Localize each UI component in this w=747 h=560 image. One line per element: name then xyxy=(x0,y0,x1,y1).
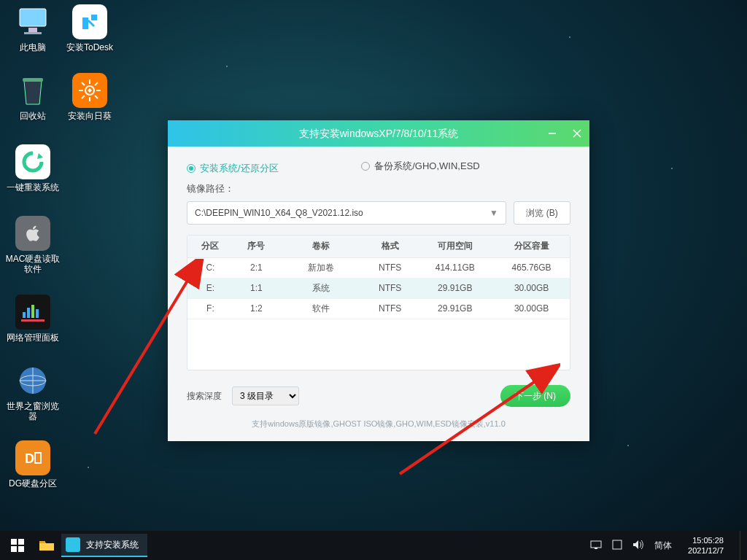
desktop-icon-netmgr[interactable]: 网络管理面板 xyxy=(4,295,61,343)
table-header-row: 分区 序号 卷标 格式 可用空间 分区容量 xyxy=(187,236,570,257)
icon-label: 回收站 xyxy=(4,111,61,121)
svg-rect-21 xyxy=(18,539,24,545)
path-value: C:\DEEPIN_WIN10_X64_Q8_V2021.12.iso xyxy=(195,208,363,218)
svg-rect-7 xyxy=(36,309,39,318)
table-row[interactable]: F:1:2软件NTFS29.91GB30.00GB xyxy=(187,298,570,319)
start-button[interactable] xyxy=(0,531,35,560)
minimize-button[interactable] xyxy=(540,120,565,147)
image-path-dropdown[interactable]: C:\DEEPIN_WIN10_X64_Q8_V2021.12.iso ▼ xyxy=(187,201,506,225)
desktop-icon-sunflower[interactable]: 安装向日葵 xyxy=(61,73,118,121)
next-button[interactable]: 下一步 (N) xyxy=(500,385,570,407)
app-title: 支持安装系统 xyxy=(86,539,139,551)
desktop-icon-dg[interactable]: D DG硬盘分区 xyxy=(4,440,61,489)
table-row[interactable]: C:2:1新加卷NTFS414.11GB465.76GB xyxy=(187,257,570,278)
show-desktop-button[interactable] xyxy=(740,531,744,560)
svg-marker-14 xyxy=(88,88,92,93)
system-tray: 简体 15:05:28 2021/12/7 xyxy=(590,531,747,560)
svg-rect-4 xyxy=(23,312,26,318)
icon-label: MAC硬盘读取软件 xyxy=(4,254,61,274)
radio-dot-icon xyxy=(361,162,370,171)
close-button[interactable] xyxy=(565,120,589,147)
icon-label: DG硬盘分区 xyxy=(4,478,61,489)
icon-label: 网络管理面板 xyxy=(4,332,61,343)
icon-label: 一键重装系统 xyxy=(4,182,61,192)
svg-rect-2 xyxy=(24,32,42,34)
partition-table: 分区 序号 卷标 格式 可用空间 分区容量 C:2:1新加卷NTFS414.11… xyxy=(187,235,570,370)
file-explorer-taskbar[interactable] xyxy=(35,531,58,560)
icon-label: 世界之窗浏览器 xyxy=(4,401,61,421)
svg-rect-22 xyxy=(11,546,17,552)
radio-label: 安装系统/还原分区 xyxy=(200,162,279,175)
installer-dialog: 支持安装windowsXP/7/8/10/11系统 安装系统/还原分区 备份系统… xyxy=(168,120,589,441)
search-depth-select[interactable]: 3 级目录 xyxy=(232,386,299,405)
ime-indicator[interactable]: 简体 xyxy=(654,540,672,552)
radio-install-restore[interactable]: 安装系统/还原分区 xyxy=(187,162,279,175)
action-center-icon[interactable] xyxy=(612,540,622,552)
table-row[interactable]: E:1:1系统NTFS29.91GB30.00GB xyxy=(187,278,570,298)
taskbar-clock[interactable]: 15:05:28 2021/12/7 xyxy=(682,535,729,556)
browse-button[interactable]: 浏览 (B) xyxy=(514,201,570,225)
svg-text:D: D xyxy=(25,451,34,466)
window-title: 支持安装windowsXP/7/8/10/11系统 xyxy=(299,128,459,139)
radio-backup[interactable]: 备份系统/GHO,WIN,ESD xyxy=(361,160,479,173)
svg-rect-25 xyxy=(591,541,601,548)
time: 15:05:28 xyxy=(688,535,724,545)
svg-rect-3 xyxy=(23,78,43,82)
support-text: 支持windows原版镜像,GHOST ISO镜像,GHO,WIM,ESD镜像安… xyxy=(168,416,589,441)
svg-rect-26 xyxy=(595,548,597,549)
icon-label: 安装ToDesk xyxy=(61,42,118,52)
search-depth-label: 搜索深度 xyxy=(187,390,222,402)
svg-rect-24 xyxy=(39,541,45,543)
svg-rect-27 xyxy=(613,540,622,549)
desktop-icon-browser[interactable]: 世界之窗浏览器 xyxy=(4,363,61,421)
svg-rect-5 xyxy=(27,308,30,318)
desktop: 此电脑 回收站 一键重装系统 MAC硬盘读取软件 网络管理面板 世界之窗浏览器 … xyxy=(0,0,747,560)
date: 2021/12/7 xyxy=(688,545,724,556)
taskbar-running-app[interactable]: 支持安装系统 xyxy=(61,534,147,557)
svg-rect-1 xyxy=(28,28,37,32)
svg-rect-20 xyxy=(11,539,17,545)
title-bar: 支持安装windowsXP/7/8/10/11系统 xyxy=(168,120,589,147)
svg-rect-12 xyxy=(35,453,41,463)
radio-label: 备份系统/GHO,WIN,ESD xyxy=(374,160,479,173)
svg-rect-8 xyxy=(21,319,44,322)
desktop-icon-recycle[interactable]: 回收站 xyxy=(4,73,61,121)
svg-rect-6 xyxy=(31,305,34,318)
volume-icon[interactable] xyxy=(632,540,644,552)
svg-rect-0 xyxy=(20,9,46,26)
app-icon xyxy=(66,537,80,552)
radio-dot-icon xyxy=(187,164,196,173)
desktop-icon-macdisk[interactable]: MAC硬盘读取软件 xyxy=(4,216,61,274)
icon-label: 安装向日葵 xyxy=(61,111,118,121)
taskbar: 支持安装系统 简体 15:05:28 2021/12/7 xyxy=(0,531,747,560)
network-icon[interactable] xyxy=(590,540,602,552)
chevron-down-icon: ▼ xyxy=(489,208,498,218)
svg-rect-23 xyxy=(18,546,24,552)
icon-label: 此电脑 xyxy=(4,42,61,52)
desktop-icon-todesk[interactable]: 安装ToDesk xyxy=(61,4,118,52)
desktop-icon-reinstall[interactable]: 一键重装系统 xyxy=(4,144,61,192)
image-path-label: 镜像路径： xyxy=(168,182,589,195)
desktop-icon-this-pc[interactable]: 此电脑 xyxy=(4,4,61,52)
